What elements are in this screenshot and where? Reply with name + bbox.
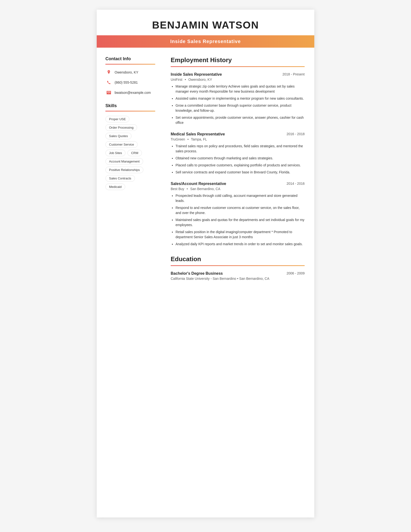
job-title-2: Medical Sales Representative	[171, 132, 225, 136]
job-entry-2: Medical Sales Representative 2016 - 2018…	[171, 132, 305, 175]
job-entry-1: Inside Sales Representative 2018 - Prese…	[171, 72, 305, 125]
edu-header-1: Bachelor's Degree Business 2006 - 2009	[171, 271, 305, 276]
skills-section: Skills Proper USE Order Processing Sales…	[105, 103, 155, 190]
company-name-3: Best Buy	[171, 187, 184, 191]
phone-icon	[105, 79, 112, 86]
edu-degree-1: Bachelor's Degree Business	[171, 271, 223, 276]
contact-location: Owensboro, KY	[105, 69, 155, 76]
employment-section-title: Employment History	[171, 56, 305, 64]
job-date-3: 2014 - 2016	[287, 182, 305, 185]
location-icon	[105, 69, 112, 76]
skills-divider	[105, 111, 155, 112]
company-location-3: San Bernardino, CA	[190, 187, 221, 191]
job-date-1: 2018 - Present	[282, 72, 305, 76]
job-title-1: Inside Sales Representative	[171, 72, 222, 77]
bullet-3-5: Analyzed daily KPI reports and market tr…	[176, 242, 305, 247]
candidate-name: BENJAMIN WATSON	[106, 19, 305, 31]
bullet-1-2: Assisted sales manager in implementing a…	[176, 96, 305, 101]
sidebar: Contact Info Owensboro, KY (860) 555-528…	[97, 48, 162, 289]
company-name-1: UniFirst	[171, 78, 182, 82]
employment-divider	[171, 66, 305, 67]
bullet-2-4: Sell service contracts and expand custom…	[176, 170, 305, 175]
contact-divider	[105, 64, 155, 65]
skill-tag-sales-contracts: Sales Contracts	[105, 175, 135, 182]
email-icon	[105, 89, 112, 96]
skill-tag-positive-relationships: Positive Relationships	[105, 167, 143, 173]
education-divider	[171, 265, 305, 266]
job-title-label: Inside Sales Representative	[170, 39, 241, 44]
skill-tag-sales-quotes: Sales Quotes	[105, 133, 131, 139]
job-header-1: Inside Sales Representative 2018 - Prese…	[171, 72, 305, 77]
bullet-1-1: Manage strategic zip code territory Achi…	[176, 84, 305, 94]
resume-document: BENJAMIN WATSON Inside Sales Representat…	[97, 10, 314, 517]
bullet-3-2: Respond to and resolve customer concerns…	[176, 205, 305, 216]
contact-email: bwatson@example.com	[105, 89, 155, 96]
body-layout: Contact Info Owensboro, KY (860) 555-528…	[97, 48, 314, 289]
skill-tag-proper-use: Proper USE	[105, 116, 129, 122]
skill-tag-medicaid: Medicaid	[105, 183, 125, 190]
edu-school-1: California State University - San Bernar…	[171, 277, 305, 281]
bullet-2-1: Trained sales reps on policy and procedu…	[176, 144, 305, 154]
main-content: Employment History Inside Sales Represen…	[162, 48, 314, 289]
skills-section-title: Skills	[105, 103, 155, 108]
bullet-3-4: Retail sales position in the digital ima…	[176, 229, 305, 240]
dot-3: •	[187, 187, 188, 191]
resume-header: BENJAMIN WATSON	[97, 10, 314, 31]
job-date-2: 2016 - 2018	[287, 132, 305, 136]
job-company-3: Best Buy • San Bernardino, CA	[171, 187, 305, 191]
bullet-2-2: Obtained new customers through marketing…	[176, 156, 305, 161]
job-company-2: TruGreen • Tampa, FL	[171, 137, 305, 141]
location-text: Owensboro, KY	[115, 70, 138, 74]
phone-text: (860) 555-5281	[115, 81, 138, 84]
job-bullets-3: Prospected leads through cold calling, a…	[171, 193, 305, 247]
email-text: bwatson@example.com	[115, 91, 151, 95]
job-entry-3: Sales/Account Representative 2014 - 2016…	[171, 182, 305, 247]
job-bullets-2: Trained sales reps on policy and procedu…	[171, 144, 305, 175]
education-section: Education Bachelor's Degree Business 200…	[171, 255, 305, 281]
dot-2: •	[187, 137, 188, 141]
job-title-3: Sales/Account Representative	[171, 182, 226, 186]
bullet-1-4: Set service appointments, provide custom…	[176, 115, 305, 125]
contact-phone: (860) 555-5281	[105, 79, 155, 86]
skill-tag-customer-service: Customer Service	[105, 141, 138, 148]
dot-1: •	[185, 78, 186, 82]
bullet-3-3: Maintained sales goals and quotas for th…	[176, 217, 305, 228]
bullet-3-1: Prospected leads through cold calling, a…	[176, 193, 305, 203]
company-location-2: Tampa, FL	[191, 137, 207, 141]
skills-tags-container: Proper USE Order Processing Sales Quotes…	[105, 116, 155, 190]
skill-tag-order-processing: Order Processing	[105, 124, 137, 131]
title-bar: Inside Sales Representative	[97, 35, 314, 48]
school-name-1: California State University - San Bernar…	[171, 277, 236, 281]
edu-date-1: 2006 - 2009	[287, 271, 305, 275]
skill-tag-account-management: Account Management	[105, 158, 143, 165]
edu-entry-1: Bachelor's Degree Business 2006 - 2009 C…	[171, 271, 305, 281]
company-name-2: TruGreen	[171, 137, 185, 141]
bullet-2-3: Placed calls to prospective customers, e…	[176, 163, 305, 168]
contact-section-title: Contact Info	[105, 56, 155, 61]
job-company-1: UniFirst • Owensboro, KY	[171, 78, 305, 82]
skill-tag-crm: CRM	[127, 150, 142, 156]
job-header-3: Sales/Account Representative 2014 - 2016	[171, 182, 305, 186]
job-header-2: Medical Sales Representative 2016 - 2018	[171, 132, 305, 136]
school-location-1: San Bernardino, CA	[239, 277, 269, 281]
bullet-1-3: Grow a committed customer base through s…	[176, 103, 305, 113]
company-location-1: Owensboro, KY	[188, 78, 212, 82]
skill-tag-job-sites: Job Sites	[105, 150, 125, 156]
education-section-title: Education	[171, 255, 305, 263]
job-bullets-1: Manage strategic zip code territory Achi…	[171, 84, 305, 125]
